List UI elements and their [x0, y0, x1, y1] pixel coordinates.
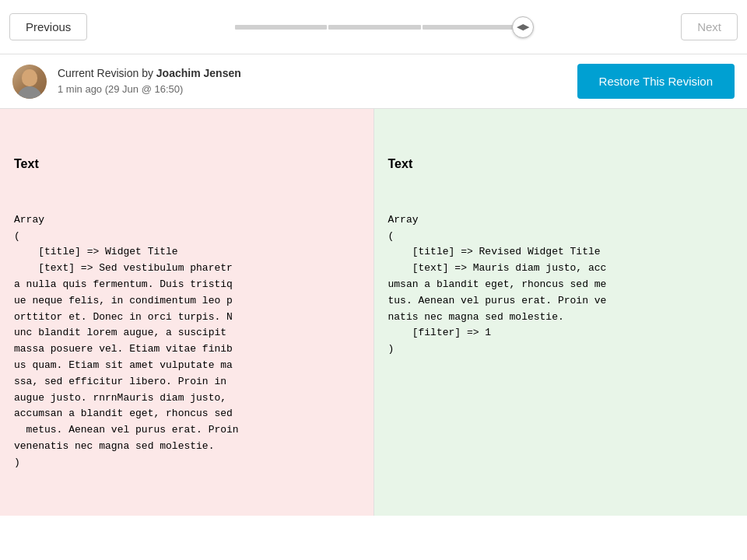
next-button[interactable]: Next	[681, 13, 738, 40]
revision-info: Current Revision by Joachim Jensen 1 min…	[12, 65, 241, 99]
slider-segment-1	[235, 25, 328, 30]
previous-button[interactable]: Previous	[9, 13, 87, 40]
slider-segment-2	[328, 25, 421, 30]
avatar	[12, 65, 47, 99]
slider-handle[interactable]: ◀▶	[512, 16, 534, 38]
left-diff-panel: Text Array ( [title] => Widget Title [te…	[0, 109, 374, 516]
revision-prefix: Current Revision by	[58, 67, 156, 79]
top-nav-bar: Previous ◀▶ Next	[0, 0, 747, 54]
revision-time: 1 min ago (29 Jun @ 16:50)	[58, 82, 241, 97]
slider-arrows-icon: ◀▶	[517, 22, 529, 32]
slider-track	[235, 25, 515, 30]
left-panel-title: Text	[14, 154, 359, 174]
right-panel-content: Array ( [title] => Revised Widget Title …	[388, 212, 734, 358]
revision-author: Joachim Jensen	[156, 67, 241, 79]
avatar-body	[17, 86, 42, 99]
restore-revision-button[interactable]: Restore This Revision	[577, 64, 735, 99]
revision-bar: Current Revision by Joachim Jensen 1 min…	[0, 54, 747, 109]
revision-text-block: Current Revision by Joachim Jensen 1 min…	[58, 65, 241, 97]
revision-title: Current Revision by Joachim Jensen	[58, 65, 241, 82]
right-panel-title: Text	[388, 154, 734, 174]
avatar-image	[12, 65, 47, 99]
avatar-face	[22, 69, 37, 86]
diff-content-area: Text Array ( [title] => Widget Title [te…	[0, 109, 747, 516]
revision-slider-container: ◀▶	[103, 16, 665, 38]
slider-segment-3	[423, 25, 515, 30]
right-diff-panel: Text Array ( [title] => Revised Widget T…	[374, 109, 748, 516]
left-panel-content: Array ( [title] => Widget Title [text] =…	[14, 212, 359, 471]
